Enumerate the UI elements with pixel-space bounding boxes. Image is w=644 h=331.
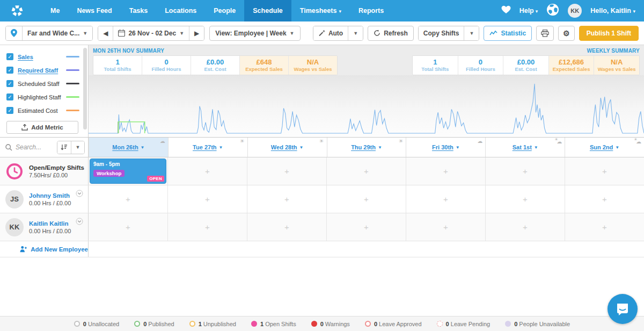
shift-cell[interactable]: +	[167, 157, 247, 185]
add-shift-plus-icon[interactable]: +	[443, 167, 448, 176]
add-shift-plus-icon[interactable]: +	[284, 195, 289, 204]
print-button[interactable]	[536, 26, 554, 41]
add-shift-plus-icon[interactable]: +	[602, 167, 607, 176]
day-header-fri-30th[interactable]: Fri 30th▼☁	[406, 138, 485, 157]
add-shift-plus-icon[interactable]: +	[284, 167, 289, 176]
checkbox-icon[interactable]: ✓	[6, 80, 13, 87]
add-shift-plus-icon[interactable]: +	[602, 195, 607, 204]
sort-button[interactable]	[57, 141, 71, 154]
employee-name-link[interactable]: Johnny Smith	[29, 192, 71, 199]
day-label[interactable]: Fri 30th	[432, 144, 453, 150]
day-header-sun-2nd[interactable]: Sun 2nd▼☀☁	[565, 138, 644, 157]
date-range-dropdown[interactable]: 26 Nov - 02 Dec▼	[113, 26, 189, 40]
day-label[interactable]: Tue 27th	[193, 144, 216, 150]
add-shift-plus-icon[interactable]: +	[523, 167, 528, 176]
chat-bubble-button[interactable]	[608, 294, 638, 324]
add-shift-plus-icon[interactable]: +	[126, 222, 130, 232]
day-header-wed-28th[interactable]: Wed 28th▼☀	[247, 138, 327, 157]
metric-toggle-sales[interactable]: ✓Sales	[0, 50, 88, 63]
metric-toggle-estimated-cost[interactable]: ✓Estimated Cost	[0, 104, 88, 117]
copy-shifts-caret[interactable]: ▼	[464, 26, 479, 40]
app-logo-icon[interactable]	[0, 3, 34, 19]
shift-cell[interactable]: +	[406, 157, 485, 185]
metric-label[interactable]: Sales	[18, 54, 33, 60]
sort-caret-button[interactable]: ▼	[71, 141, 84, 154]
add-shift-plus-icon[interactable]: +	[364, 222, 369, 232]
help-menu[interactable]: Help▾	[519, 7, 538, 15]
next-week-button[interactable]: ▶	[189, 26, 204, 40]
publish-shifts-button[interactable]: Publish 1 Shift	[579, 26, 639, 41]
row-expand-chevron-icon[interactable]	[76, 218, 83, 227]
nav-item-tasks[interactable]: Tasks	[121, 0, 157, 21]
auto-schedule-button[interactable]: Auto	[313, 26, 348, 40]
row-expand-chevron-icon[interactable]	[76, 190, 83, 199]
day-label[interactable]: Sat 1st	[513, 144, 532, 150]
checkbox-icon[interactable]: ✓	[6, 93, 13, 100]
day-label[interactable]: Mon 26th	[112, 144, 138, 150]
add-shift-plus-icon[interactable]: +	[602, 222, 607, 232]
shift-cell[interactable]: +	[406, 213, 485, 241]
shift-cell[interactable]: +	[167, 213, 247, 241]
add-shift-plus-icon[interactable]: +	[205, 195, 210, 204]
day-label[interactable]: Thu 29th	[351, 144, 376, 150]
shift-cell[interactable]: +	[247, 213, 326, 241]
add-shift-plus-icon[interactable]: +	[126, 195, 130, 204]
day-label[interactable]: Sun 2nd	[590, 144, 613, 150]
shift-cell[interactable]: +	[485, 213, 565, 241]
add-shift-plus-icon[interactable]: +	[364, 167, 369, 176]
shift-cell[interactable]: +	[406, 185, 485, 213]
user-menu[interactable]: Hello, Kaitlin ▾	[590, 7, 635, 15]
shift-cell[interactable]: +	[565, 213, 644, 241]
day-header-sat-1st[interactable]: Sat 1st▼☀☁	[485, 138, 565, 157]
add-shift-plus-icon[interactable]: +	[443, 195, 448, 204]
shift-cell[interactable]: +	[326, 185, 406, 213]
shift-cell[interactable]: +	[565, 185, 644, 213]
search-input[interactable]	[16, 143, 54, 151]
prev-week-button[interactable]: ◀	[98, 26, 113, 40]
metric-label[interactable]: Required Staff	[18, 67, 58, 74]
auto-schedule-caret[interactable]: ▼	[348, 26, 363, 40]
shift-cell[interactable]: +	[167, 185, 247, 213]
nav-item-locations[interactable]: Locations	[156, 0, 205, 21]
nav-item-news-feed[interactable]: News Feed	[68, 0, 120, 21]
add-shift-plus-icon[interactable]: +	[523, 222, 528, 232]
checkbox-icon[interactable]: ✓	[6, 53, 13, 60]
shift-cell[interactable]: +	[247, 185, 326, 213]
shift-cell[interactable]: 9am - 5pmWorkshopOPEN	[89, 157, 167, 185]
view-dropdown[interactable]: View: Employee | Week▼	[209, 26, 300, 41]
settings-button[interactable]: ⚙	[558, 26, 575, 41]
shift-cell[interactable]: +	[485, 157, 565, 185]
copy-shifts-button[interactable]: Copy Shifts	[419, 26, 464, 40]
day-label[interactable]: Wed 28th	[271, 144, 297, 150]
globe-icon[interactable]	[546, 3, 559, 18]
shift-cell[interactable]: +	[565, 157, 644, 185]
day-header-mon-26th[interactable]: Mon 26th▼☁	[89, 138, 168, 157]
day-header-thu-29th[interactable]: Thu 29th▼☀	[327, 138, 406, 157]
heart-icon[interactable]	[501, 5, 511, 16]
add-employee-cell[interactable]: Add New Employee	[0, 241, 89, 257]
shift-cell[interactable]: +	[89, 213, 167, 241]
shift-cell[interactable]: +	[326, 213, 406, 241]
location-dropdown[interactable]: Far and Wide C...▼	[22, 26, 92, 40]
location-pin-icon[interactable]	[6, 26, 22, 40]
shift-cell[interactable]: +	[485, 185, 565, 213]
add-shift-plus-icon[interactable]: +	[443, 222, 448, 232]
metric-toggle-highlighted-staff[interactable]: ✓Highlighted Staff	[0, 90, 88, 104]
nav-item-people[interactable]: People	[205, 0, 244, 21]
metric-toggle-required-staff[interactable]: ✓Required Staff	[0, 63, 88, 77]
checkbox-icon[interactable]: ✓	[6, 67, 13, 74]
checkbox-icon[interactable]: ✓	[6, 107, 13, 114]
shift-card[interactable]: 9am - 5pmWorkshopOPEN	[90, 159, 166, 184]
employee-name-link[interactable]: Kaitlin Kaitlin	[29, 220, 71, 227]
add-shift-plus-icon[interactable]: +	[205, 167, 210, 176]
metric-toggle-scheduled-staff[interactable]: ✓Scheduled Staff	[0, 77, 88, 90]
shift-cell[interactable]: +	[247, 157, 326, 185]
shift-cell[interactable]: +	[326, 157, 406, 185]
nav-item-timesheets[interactable]: Timesheets▾	[291, 0, 350, 21]
add-shift-plus-icon[interactable]: +	[523, 195, 528, 204]
metrics-scrollbar[interactable]	[83, 48, 87, 129]
add-shift-plus-icon[interactable]: +	[284, 222, 289, 232]
day-header-tue-27th[interactable]: Tue 27th▼☀	[168, 138, 247, 157]
nav-item-me[interactable]: Me	[42, 0, 68, 21]
nav-item-reports[interactable]: Reports	[350, 0, 392, 21]
